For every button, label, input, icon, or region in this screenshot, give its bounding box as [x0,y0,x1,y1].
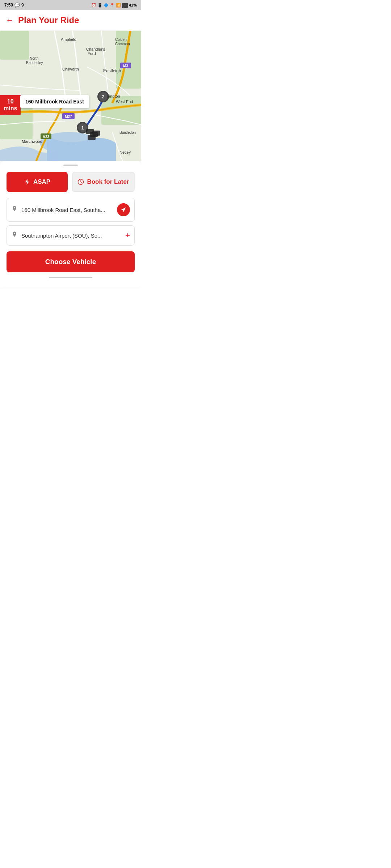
svg-text:Ford: Ford [88,51,96,56]
svg-text:2: 2 [102,94,104,99]
whatsapp-icon: 💬 [14,3,20,8]
svg-text:Chandler's: Chandler's [86,47,105,51]
signal-icon: ▓▓ [122,3,128,7]
address-callout: 160 Millbrook Road East [20,95,89,108]
map-area[interactable]: 2 1 Ampfield Colden Common Chandler's Fo… [0,31,141,161]
back-button[interactable]: ← [6,16,14,25]
svg-text:Marchwood: Marchwood [22,139,42,144]
svg-text:West End: West End [116,99,133,104]
svg-text:ampton: ampton [107,94,120,98]
time: 7:50 [4,3,13,8]
bottom-sheet: ASAP Book for Later 160 Millbrook Road E… [0,161,141,288]
pickup-field[interactable]: 160 Millbrook Road East, Southa... [7,198,135,222]
battery: 41% [129,3,137,7]
dropoff-pin-icon [11,231,18,240]
svg-text:1: 1 [81,125,84,131]
status-right: ⏰ 📳 🔷 📍 📶 ▓▓ 41% [91,3,137,8]
asap-button[interactable]: ASAP [7,172,68,192]
status-left: 7:50 💬 9 [4,3,24,8]
svg-rect-15 [92,131,100,136]
add-stop-button[interactable]: + [125,231,130,240]
location-icon: 📍 [110,3,115,8]
svg-text:Colden: Colden [115,38,127,42]
dropoff-text: Southampton Airport (SOU), So... [21,233,122,239]
svg-text:M27: M27 [65,115,72,119]
dropoff-field[interactable]: Southampton Airport (SOU), So... + [7,225,135,246]
plus-icon: + [125,231,130,240]
svg-text:North: North [30,56,38,60]
page-title: Plan Your Ride [18,15,79,25]
book-later-label: Book for Later [87,178,129,186]
status-bar: 7:50 💬 9 ⏰ 📳 🔷 📍 📶 ▓▓ 41% [0,0,141,10]
choose-vehicle-label: Choose Vehicle [45,258,96,265]
svg-text:Netley: Netley [119,150,131,154]
navigate-icon [121,207,126,213]
pickup-text: 160 Millbrook Road East, Southa... [21,207,113,213]
callout-address: 160 Millbrook Road East [25,99,84,105]
book-later-button[interactable]: Book for Later [72,172,135,192]
svg-text:M3: M3 [123,64,128,68]
svg-text:A33: A33 [43,135,50,139]
navigate-button[interactable] [117,203,130,216]
svg-text:Chilworth: Chilworth [62,67,79,71]
svg-text:Bursledon: Bursledon [119,131,136,135]
time-badge: 10 mins [0,95,21,115]
svg-text:Baddesley: Baddesley [26,61,43,65]
choose-vehicle-button[interactable]: Choose Vehicle [7,251,135,272]
svg-text:Common: Common [115,42,130,46]
bluetooth-icon: 🔷 [104,3,109,8]
asap-label: ASAP [33,178,50,186]
time-value: 10 [4,98,17,105]
svg-rect-3 [0,31,29,60]
notification-count: 9 [21,3,24,8]
pickup-pin-icon [11,205,18,214]
svg-rect-14 [88,135,96,140]
time-unit: mins [4,105,17,112]
action-buttons: ASAP Book for Later [7,172,135,192]
home-indicator [49,277,92,278]
vibrate-icon: 📳 [97,3,102,8]
svg-text:Eastleigh: Eastleigh [103,68,121,73]
clock-icon [77,179,84,185]
header: ← Plan Your Ride [0,10,141,31]
drag-handle[interactable] [63,165,78,166]
alarm-icon: ⏰ [91,3,96,8]
wifi-icon: 📶 [116,3,121,8]
svg-text:Ampfield: Ampfield [61,37,76,42]
bolt-icon [24,179,30,185]
